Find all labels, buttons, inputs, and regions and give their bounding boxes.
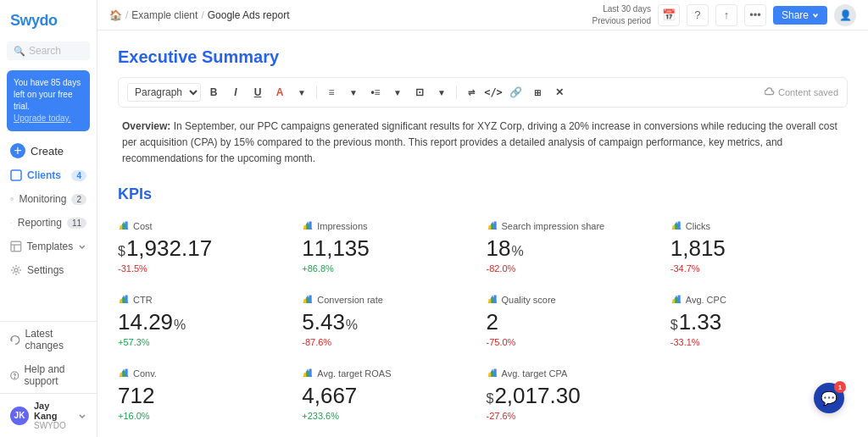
kpi-suffix: % bbox=[511, 244, 523, 259]
clear-format-button[interactable]: ✕ bbox=[550, 83, 569, 102]
kpi-card-conversion-rate: Conversion rate 5.43 % -87.6% bbox=[302, 290, 479, 351]
list-dropdown[interactable]: ▼ bbox=[344, 83, 363, 102]
help-button[interactable]: ? bbox=[687, 4, 709, 26]
kpi-prefix: $ bbox=[118, 244, 125, 259]
chat-button[interactable]: 💬 1 bbox=[814, 383, 844, 413]
text-color-button[interactable]: A bbox=[270, 83, 289, 102]
date-info: Last 30 days Previous period bbox=[592, 3, 650, 27]
kpi-suffix: % bbox=[174, 318, 186, 333]
kpi-value: 712 bbox=[118, 383, 295, 409]
breadcrumb-client[interactable]: Example client bbox=[131, 9, 198, 21]
user-profile-row[interactable]: JK Jay Kang SWYDO bbox=[0, 393, 97, 437]
svg-rect-40 bbox=[493, 295, 496, 302]
italic-button[interactable]: I bbox=[226, 83, 245, 102]
avatar: JK bbox=[10, 407, 29, 425]
svg-rect-44 bbox=[675, 296, 677, 302]
paragraph-select[interactable]: Paragraph bbox=[127, 83, 201, 102]
breadcrumb: 🏠 / Example client / Google Ads report bbox=[109, 9, 289, 21]
kpi-label-row: CTR bbox=[118, 294, 295, 306]
kpi-number: 2,017.30 bbox=[494, 383, 580, 409]
kpi-value: 5.43 % bbox=[302, 309, 479, 335]
kpi-number: 1,815 bbox=[670, 235, 726, 262]
svg-rect-30 bbox=[125, 295, 128, 302]
svg-rect-55 bbox=[309, 368, 312, 376]
help-support-item[interactable]: Help and support bbox=[0, 357, 97, 393]
user-name: Jay Kang bbox=[34, 401, 73, 421]
kpi-value: $ 1,932.17 bbox=[118, 235, 295, 262]
bullet-list-button[interactable]: •≡ bbox=[366, 83, 385, 102]
kpi-prefix: $ bbox=[487, 391, 494, 407]
kpi-change: -31.5% bbox=[118, 263, 295, 274]
sidebar-item-reporting[interactable]: Reporting 11 bbox=[0, 211, 97, 235]
code-button[interactable]: </> bbox=[484, 83, 503, 102]
export-button[interactable]: ↑ bbox=[715, 4, 737, 26]
executive-summary-title: Executive Summary bbox=[118, 47, 848, 67]
kpi-label-row: Cost bbox=[118, 220, 295, 232]
help-icon bbox=[10, 370, 19, 381]
svg-rect-13 bbox=[304, 225, 307, 230]
saved-label: Content saved bbox=[778, 87, 838, 97]
svg-rect-23 bbox=[672, 225, 675, 230]
list-button[interactable]: ≡ bbox=[322, 83, 341, 102]
overview-content: In September, our PPC campaigns generate… bbox=[122, 120, 837, 164]
chevron-down-icon bbox=[78, 242, 86, 251]
svg-rect-48 bbox=[120, 373, 122, 377]
chat-badge: 1 bbox=[834, 381, 846, 393]
kpi-label-row: Conv. bbox=[118, 368, 295, 379]
align-button[interactable]: ⊡ bbox=[410, 83, 429, 102]
user-info: Jay Kang SWYDO bbox=[34, 401, 73, 430]
bold-button[interactable]: B bbox=[204, 83, 223, 102]
calendar-button[interactable]: 📅 bbox=[658, 4, 680, 26]
bullet-dropdown[interactable]: ▼ bbox=[388, 83, 407, 102]
latest-changes-item[interactable]: Latest changes bbox=[0, 322, 97, 357]
search-input[interactable]: 🔍 Search bbox=[7, 41, 90, 60]
kpi-label-row: Avg. target CPA bbox=[487, 368, 664, 379]
svg-rect-38 bbox=[488, 299, 491, 303]
kpi-number: 5.43 bbox=[302, 309, 345, 335]
home-icon[interactable]: 🏠 bbox=[109, 9, 122, 21]
svg-rect-54 bbox=[307, 370, 309, 376]
svg-rect-59 bbox=[491, 370, 493, 376]
kpi-card-ctr: CTR 14.29 % +57.3% bbox=[118, 290, 295, 351]
table-button[interactable]: ⊞ bbox=[528, 83, 547, 102]
svg-rect-29 bbox=[122, 296, 125, 302]
more-options-button[interactable]: ••• bbox=[744, 4, 766, 26]
sidebar-item-settings[interactable]: Settings bbox=[0, 258, 97, 282]
svg-point-5 bbox=[14, 377, 15, 378]
svg-rect-49 bbox=[122, 370, 125, 376]
svg-rect-25 bbox=[677, 221, 680, 229]
svg-rect-60 bbox=[493, 368, 496, 376]
upgrade-link[interactable]: Upgrade today. bbox=[14, 113, 71, 123]
sidebar-item-monitoring[interactable]: Monitoring 2 bbox=[0, 187, 97, 211]
profile-button[interactable]: 👤 bbox=[834, 4, 856, 26]
kpi-label-row: Impressions bbox=[302, 220, 479, 232]
sidebar-item-templates[interactable]: Templates bbox=[0, 235, 97, 258]
link-toggle-button[interactable]: ⇌ bbox=[462, 83, 481, 102]
highlight-button[interactable]: ▼ bbox=[292, 83, 311, 102]
svg-rect-20 bbox=[493, 221, 496, 229]
sidebar-item-clients[interactable]: Clients 4 bbox=[0, 163, 97, 187]
kpi-card-avg-cpc: Avg. CPC $ 1.33 -33.1% bbox=[670, 290, 848, 351]
svg-rect-8 bbox=[120, 225, 122, 230]
underline-button[interactable]: U bbox=[248, 83, 267, 102]
kpi-card-cost: Cost $ 1,932.17 -31.5% bbox=[118, 217, 295, 277]
date-line1: Last 30 days bbox=[592, 3, 650, 15]
align-dropdown[interactable]: ▼ bbox=[432, 83, 451, 102]
kpi-value: 11,135 bbox=[302, 235, 479, 262]
kpi-label: Avg. target ROAS bbox=[317, 368, 391, 379]
kpi-change: -82.0% bbox=[487, 263, 664, 274]
share-button[interactable]: Share bbox=[773, 6, 827, 25]
cloud-icon bbox=[765, 87, 775, 97]
kpi-label-row: Avg. CPC bbox=[670, 294, 848, 306]
svg-rect-24 bbox=[675, 223, 677, 229]
latest-changes-label: Latest changes bbox=[25, 328, 86, 351]
link-button[interactable]: 🔗 bbox=[506, 83, 525, 102]
kpi-change: +57.3% bbox=[118, 337, 295, 347]
kpi-value: 14.29 % bbox=[118, 309, 295, 335]
sidebar: Swydo 🔍 Search You have 85 days left on … bbox=[0, 0, 97, 437]
kpi-number: 1,932.17 bbox=[126, 235, 212, 262]
create-button[interactable]: + Create bbox=[0, 138, 97, 163]
kpi-value: 1,815 bbox=[670, 235, 848, 262]
svg-rect-2 bbox=[11, 241, 21, 252]
kpi-card-conv: Conv. 712 +16.0% bbox=[118, 364, 295, 424]
